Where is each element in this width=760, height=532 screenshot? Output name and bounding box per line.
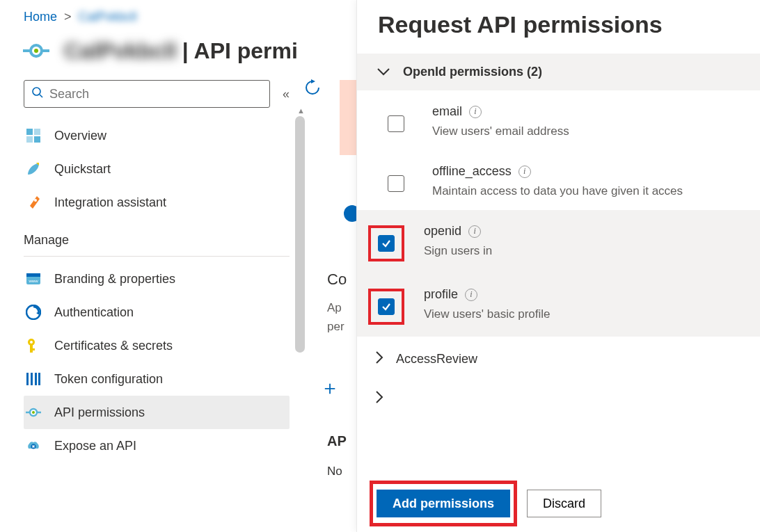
refresh-icon[interactable] (303, 79, 322, 102)
search-icon (31, 86, 44, 102)
permission-offline-access: offline_access i Maintain access to data… (357, 150, 760, 210)
svg-rect-22 (38, 373, 40, 385)
openid-group-header[interactable]: OpenId permissions (2) (357, 54, 760, 90)
search-input[interactable] (49, 87, 262, 102)
search-box[interactable] (24, 80, 270, 108)
breadcrumb-app-name[interactable]: CalPvkbcll (79, 10, 137, 24)
highlight-box (368, 225, 404, 261)
info-icon[interactable]: i (468, 225, 481, 238)
nav-label: Authentication (54, 305, 134, 320)
nav-certificates[interactable]: Certificates & secrets (24, 329, 290, 362)
breadcrumb-home[interactable]: Home (24, 10, 57, 24)
info-icon[interactable]: i (469, 106, 482, 118)
api-permissions-icon (24, 403, 43, 422)
perm-desc: Sign users in (424, 244, 492, 258)
svg-point-25 (32, 411, 35, 414)
request-permissions-panel: Request API permissions OpenId permissio… (356, 0, 760, 532)
perm-name: profile i (424, 287, 551, 302)
page-title: CalPvkbcll | API permi (64, 38, 298, 64)
panel-title: Request API permissions (357, 0, 760, 54)
perm-name: email i (432, 104, 569, 119)
svg-point-3 (33, 88, 40, 95)
svg-point-2 (34, 49, 38, 53)
access-review-section[interactable]: AccessReview (357, 337, 760, 382)
svg-marker-27 (311, 79, 315, 83)
permission-email: email i View users' email address (357, 90, 760, 150)
nav-api-permissions[interactable]: API permissions (24, 396, 290, 429)
breadcrumb-separator: > (64, 10, 72, 24)
info-icon[interactable]: i (518, 166, 531, 178)
chevron-right-icon (375, 390, 383, 404)
svg-rect-20 (31, 373, 33, 385)
app-registration-icon (19, 34, 53, 67)
chevron-right-icon (375, 350, 383, 368)
svg-rect-19 (26, 373, 29, 385)
permission-profile: profile i View users' basic profile (357, 273, 760, 337)
divider (24, 256, 290, 257)
svg-point-9 (34, 199, 37, 202)
collapse-sidebar-icon[interactable]: « (283, 87, 290, 102)
checkbox-offline[interactable] (388, 175, 404, 192)
nav-integration-assistant[interactable]: Integration assistant (24, 186, 290, 219)
checkbox-openid[interactable] (378, 235, 395, 252)
nav-authentication[interactable]: Authentication (24, 296, 290, 329)
nav-overview[interactable]: Overview (24, 119, 290, 152)
nav-label: Certificates & secrets (54, 339, 173, 353)
branding-icon: www (24, 269, 43, 289)
perm-desc: View users' basic profile (424, 307, 551, 321)
svg-rect-11 (26, 273, 40, 277)
overview-icon (24, 126, 43, 145)
group-label: OpenId permissions (2) (403, 65, 542, 79)
svg-rect-7 (26, 136, 33, 143)
nav-quickstart[interactable]: Quickstart (24, 152, 290, 186)
nav-label: Quickstart (54, 162, 111, 177)
rocket-icon (24, 193, 43, 212)
permission-openid: openid i Sign users in (357, 210, 760, 273)
nav-label: Integration assistant (54, 195, 166, 210)
nav-label: Branding & properties (54, 272, 175, 287)
sidebar: « ▲ Overview Quickstart Int (24, 80, 290, 462)
checkbox-email[interactable] (388, 115, 404, 132)
nav-expose-api[interactable]: Expose an API (24, 429, 290, 462)
quickstart-icon (24, 159, 43, 179)
nav-label: Expose an API (54, 439, 136, 453)
nav-label: API permissions (54, 405, 145, 420)
svg-rect-8 (34, 136, 40, 143)
svg-line-4 (40, 95, 42, 97)
perm-name: openid i (424, 224, 492, 239)
nav-label: Overview (54, 129, 106, 143)
manage-section-header: Manage (24, 219, 290, 253)
highlight-box: Add permissions (370, 481, 517, 526)
svg-rect-18 (30, 348, 35, 350)
svg-text:www: www (29, 279, 39, 283)
perm-desc: View users' email address (432, 124, 569, 138)
collapsed-section[interactable] (357, 382, 760, 412)
nav-label: Token configuration (54, 372, 163, 387)
nav-token-configuration[interactable]: Token configuration (24, 362, 290, 396)
discard-button[interactable]: Discard (527, 490, 601, 517)
perm-name: offline_access i (432, 164, 683, 179)
perm-desc: Maintain access to data you have given i… (432, 184, 683, 198)
nav-branding[interactable]: www Branding & properties (24, 262, 290, 296)
svg-point-16 (30, 341, 33, 344)
highlight-box (368, 289, 404, 325)
svg-rect-6 (34, 129, 40, 135)
panel-footer: Add permissions Discard (357, 472, 760, 532)
svg-rect-21 (35, 373, 37, 385)
svg-rect-5 (26, 129, 33, 135)
checkbox-profile[interactable] (378, 298, 395, 315)
add-permissions-button[interactable]: Add permissions (377, 490, 510, 517)
token-icon (24, 369, 43, 389)
expose-api-icon (24, 436, 43, 456)
authentication-icon (24, 303, 43, 322)
chevron-down-icon (377, 65, 390, 79)
info-icon[interactable]: i (465, 289, 477, 301)
key-icon (24, 336, 43, 355)
